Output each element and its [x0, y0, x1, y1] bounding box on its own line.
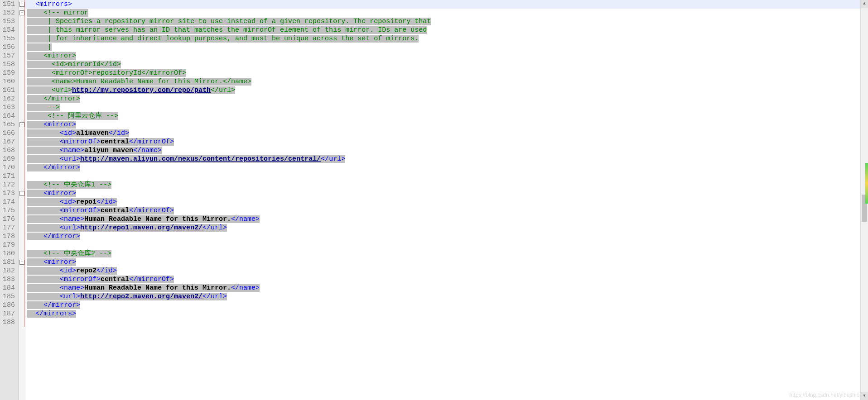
xml-tag: <mirrorOf>	[27, 138, 101, 146]
code-line[interactable]: <url>http://repo1.maven.org/maven2/</url…	[25, 224, 860, 232]
code-line[interactable]: <id>mirrorId</id>	[25, 60, 860, 69]
xml-tag: <id>	[27, 198, 76, 206]
code-line[interactable]: <mirror>	[25, 120, 860, 129]
xml-comment: <mirror>	[27, 52, 76, 60]
code-line[interactable]: <mirrorOf>repositoryId</mirrorOf>	[25, 69, 860, 77]
code-area[interactable]: <mirrors> <!-- mirror | Specifies a repo…	[25, 0, 860, 400]
line-number: 170	[3, 163, 15, 172]
xml-tag: <mirror>	[27, 121, 76, 129]
fold-toggle-icon[interactable]: −	[19, 191, 24, 196]
code-line[interactable]: | for inheritance and direct lookup purp…	[25, 34, 860, 43]
xml-tag: </url>	[203, 293, 227, 300]
code-line[interactable]: <name>aliyun maven</name>	[25, 146, 860, 155]
code-line[interactable]: <!-- mirror	[25, 9, 860, 17]
line-number: 181	[3, 258, 15, 267]
code-line[interactable]: <url>http://my.repository.com/repo/path<…	[25, 86, 860, 95]
code-line[interactable]: <mirror>	[25, 189, 860, 198]
code-line[interactable]: <id>repo2</id>	[25, 267, 860, 275]
code-line[interactable]: <mirror>	[25, 258, 860, 267]
code-line[interactable]: <url>http://repo2.maven.org/maven2/</url…	[25, 292, 860, 301]
code-line[interactable]	[25, 172, 860, 181]
xml-comment: |	[27, 43, 52, 51]
code-line[interactable]: <!-- 中央仓库1 -->	[25, 181, 860, 189]
code-line[interactable]: <mirrorOf>central</mirrorOf>	[25, 206, 860, 215]
code-line[interactable]: <mirrors>	[25, 0, 860, 9]
xml-tag: </name>	[231, 215, 260, 223]
code-line[interactable]: </mirrors>	[25, 310, 860, 318]
xml-text: repo1	[76, 198, 96, 206]
fold-toggle-icon[interactable]: −	[19, 260, 24, 265]
xml-text: Human Readable Name for this Mirror.	[84, 284, 231, 292]
fold-toggle-icon[interactable]: −	[19, 10, 24, 15]
code-line[interactable]: <name>Human Readable Name for this Mirro…	[25, 77, 860, 86]
code-line[interactable]: <mirrorOf>central</mirrorOf>	[25, 275, 860, 284]
code-line[interactable]: <!-- 阿里云仓库 -->	[25, 112, 860, 120]
scrollbar-marker	[865, 163, 868, 204]
code-line[interactable]: <id>alimaven</id>	[25, 129, 860, 138]
code-text	[27, 241, 31, 249]
xml-comment: | for inheritance and direct lookup purp…	[27, 35, 419, 43]
code-line[interactable]: <name>Human Readable Name for this Mirro…	[25, 284, 860, 292]
xml-tag: </url>	[203, 224, 227, 232]
code-line[interactable]: | Specifies a repository mirror site to …	[25, 17, 860, 26]
line-number: 182	[3, 267, 15, 275]
code-line[interactable]	[25, 318, 860, 327]
line-number: 163	[3, 103, 15, 112]
xml-comment: <!-- 阿里云仓库 -->	[27, 112, 118, 120]
fold-column[interactable]: −−−−−	[19, 0, 25, 400]
code-line[interactable]: |	[25, 43, 860, 52]
scroll-down-arrow[interactable]: ▼	[861, 392, 868, 400]
xml-tag: <url>	[27, 293, 80, 300]
xml-tag: </id>	[96, 198, 117, 206]
url-link[interactable]: http://my.repository.com/repo/path	[72, 86, 211, 94]
line-number: 186	[3, 301, 15, 310]
xml-tag: </mirrorOf>	[129, 276, 174, 283]
code-line[interactable]: </mirror>	[25, 163, 860, 172]
code-line[interactable]: -->	[25, 103, 860, 112]
code-line[interactable]: </mirror>	[25, 95, 860, 103]
code-line[interactable]: <!-- 中央仓库2 -->	[25, 249, 860, 258]
line-number: 156	[3, 43, 15, 52]
line-number: 175	[3, 206, 15, 215]
code-line[interactable]: </mirror>	[25, 301, 860, 310]
xml-text: central	[101, 207, 129, 214]
scroll-up-arrow[interactable]: ▲	[861, 0, 868, 8]
xml-comment: <url>	[27, 86, 72, 94]
code-line[interactable]: | this mirror serves has an ID that matc…	[25, 26, 860, 34]
xml-tag: </id>	[109, 129, 129, 137]
code-line[interactable]: <id>repo1</id>	[25, 198, 860, 206]
url-link[interactable]: http://maven.aliyun.com/nexus/content/re…	[80, 155, 321, 163]
vertical-scrollbar[interactable]: ▲ ▼	[860, 0, 868, 400]
url-link[interactable]: http://repo1.maven.org/maven2/	[80, 224, 203, 232]
xml-comment: <!-- 中央仓库2 -->	[27, 250, 111, 257]
line-number: 169	[3, 155, 15, 163]
line-number: 173	[3, 189, 15, 198]
line-number-gutter: 1511521531541551561571581591601611621631…	[0, 0, 19, 400]
xml-comment: <name>Human Readable Name for this Mirro…	[27, 78, 251, 86]
line-number: 178	[3, 232, 15, 241]
code-line[interactable]: </mirror>	[25, 232, 860, 241]
code-line[interactable]: <mirror>	[25, 52, 860, 60]
line-number: 154	[3, 26, 15, 34]
line-number: 164	[3, 112, 15, 120]
line-number: 168	[3, 146, 15, 155]
code-line[interactable]	[25, 241, 860, 249]
xml-tag: </mirrors>	[27, 310, 76, 318]
xml-comment: </mirror>	[27, 95, 80, 103]
line-number: 176	[3, 215, 15, 224]
line-number: 177	[3, 224, 15, 232]
code-editor[interactable]: 1511521531541551561571581591601611621631…	[0, 0, 868, 400]
xml-tag: <name>	[27, 284, 84, 292]
code-line[interactable]: <url>http://maven.aliyun.com/nexus/conte…	[25, 155, 860, 163]
url-link[interactable]: http://repo2.maven.org/maven2/	[80, 293, 203, 300]
line-number: 159	[3, 69, 15, 77]
xml-tag: </mirrorOf>	[129, 138, 174, 146]
xml-tag: </mirror>	[27, 301, 80, 309]
fold-toggle-icon[interactable]: −	[19, 2, 24, 7]
code-line[interactable]: <name>Human Readable Name for this Mirro…	[25, 215, 860, 224]
xml-tag: <mirrors>	[27, 0, 72, 8]
xml-tag: <id>	[27, 129, 76, 137]
code-line[interactable]: <mirrorOf>central</mirrorOf>	[25, 138, 860, 146]
line-number: 153	[3, 17, 15, 26]
fold-toggle-icon[interactable]: −	[19, 122, 24, 127]
